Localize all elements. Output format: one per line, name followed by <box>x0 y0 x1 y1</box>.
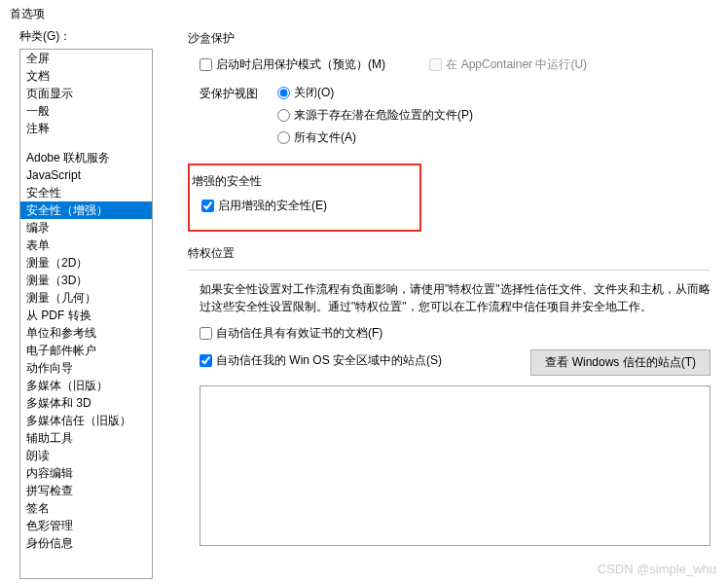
sandbox-title: 沙盒保护 <box>188 30 710 47</box>
category-item[interactable]: 拼写检查 <box>20 482 152 499</box>
appcontainer-label: 在 AppContainer 中运行(U) <box>446 56 587 73</box>
category-item[interactable]: 从 PDF 转换 <box>20 307 152 324</box>
protected-view-risky-radio[interactable] <box>277 109 290 122</box>
enhanced-title: 增强的安全性 <box>192 173 410 190</box>
enable-protected-mode-label: 启动时启用保护模式（预览）(M) <box>216 56 385 73</box>
auto-trust-win-label: 自动信任我的 Win OS 安全区域中的站点(S) <box>216 352 442 369</box>
category-item[interactable]: 多媒体信任（旧版） <box>20 412 152 429</box>
category-item[interactable]: 签名 <box>20 499 152 517</box>
category-item[interactable]: 安全性 <box>20 184 152 201</box>
category-item[interactable]: 注释 <box>20 120 152 137</box>
enable-enhanced-checkbox[interactable] <box>201 200 214 212</box>
category-item[interactable]: 内容编辑 <box>20 464 152 482</box>
divider <box>188 270 710 271</box>
protected-view-all-radio[interactable] <box>277 131 290 144</box>
category-label: 种类(G)： <box>19 28 153 45</box>
category-item[interactable]: 多媒体（旧版） <box>20 377 152 394</box>
protected-view-all-label: 所有文件(A) <box>294 129 356 146</box>
category-item[interactable]: 安全性（增强） <box>20 201 152 219</box>
category-item[interactable]: 辅助工具 <box>20 429 152 447</box>
category-item[interactable]: 表单 <box>20 237 152 254</box>
enable-protected-mode-row[interactable]: 启动时启用保护模式（预览）(M) <box>200 56 385 73</box>
appcontainer-row: 在 AppContainer 中运行(U) <box>429 56 587 73</box>
category-item[interactable]: 动作向导 <box>20 359 152 377</box>
category-item[interactable]: 测量（2D） <box>20 254 152 272</box>
enable-enhanced-row[interactable]: 启用增强的安全性(E) <box>201 198 410 214</box>
category-item[interactable]: 身份信息 <box>20 534 152 552</box>
category-item[interactable]: 测量（几何） <box>20 289 152 307</box>
protected-view-risky-label: 来源于存在潜在危险位置的文件(P) <box>294 107 473 124</box>
protected-view-all-row[interactable]: 所有文件(A) <box>277 129 473 146</box>
category-item[interactable]: 色彩管理 <box>20 517 152 534</box>
category-spacer <box>20 137 152 149</box>
auto-trust-win-row[interactable]: 自动信任我的 Win OS 安全区域中的站点(S) <box>200 352 442 369</box>
enable-enhanced-label: 启用增强的安全性(E) <box>218 198 327 214</box>
protected-view-off-radio[interactable] <box>277 87 290 99</box>
window-title: 首选项 <box>0 0 728 28</box>
enable-protected-mode-checkbox[interactable] <box>200 58 212 71</box>
auto-trust-cert-row[interactable]: 自动信任具有有效证书的文档(F) <box>200 325 710 342</box>
category-item[interactable]: 编录 <box>20 219 152 237</box>
auto-trust-cert-label: 自动信任具有有效证书的文档(F) <box>216 325 382 342</box>
trusted-locations-list[interactable] <box>200 385 710 546</box>
protected-view-off-row[interactable]: 关闭(O) <box>277 85 473 101</box>
category-item[interactable]: 页面显示 <box>20 85 152 102</box>
category-item[interactable]: 多媒体和 3D <box>20 394 152 412</box>
protected-view-off-label: 关闭(O) <box>294 85 334 101</box>
category-item[interactable]: 测量（3D） <box>20 272 152 289</box>
protected-view-label: 受保护视图 <box>200 85 277 102</box>
view-win-sites-button[interactable]: 查看 Windows 信任的站点(T) <box>530 349 710 376</box>
category-item[interactable]: JavaScript <box>20 166 152 184</box>
category-item[interactable]: Adobe 联机服务 <box>20 149 152 166</box>
appcontainer-checkbox <box>429 58 442 71</box>
category-item[interactable]: 单位和参考线 <box>20 324 152 342</box>
sidebar: 种类(G)： 全屏文档页面显示一般注释Adobe 联机服务JavaScript安… <box>0 28 161 583</box>
enhanced-security-highlight: 增强的安全性 启用增强的安全性(E) <box>188 164 421 232</box>
category-item[interactable]: 文档 <box>20 67 152 85</box>
privileged-title: 特权位置 <box>188 245 710 262</box>
auto-trust-cert-checkbox[interactable] <box>200 327 212 340</box>
main-panel: 沙盒保护 启动时启用保护模式（预览）(M) 在 AppContainer 中运行… <box>161 28 728 583</box>
category-list[interactable]: 全屏文档页面显示一般注释Adobe 联机服务JavaScript安全性安全性（增… <box>19 49 153 579</box>
category-item[interactable]: 一般 <box>20 102 152 120</box>
category-item[interactable]: 朗读 <box>20 447 152 464</box>
category-item[interactable]: 电子邮件帐户 <box>20 342 152 359</box>
category-item[interactable]: 全屏 <box>20 50 152 67</box>
auto-trust-win-checkbox[interactable] <box>200 354 212 367</box>
protected-view-risky-row[interactable]: 来源于存在潜在危险位置的文件(P) <box>277 107 473 124</box>
privileged-desc: 如果安全性设置对工作流程有负面影响，请使用"特权位置"选择性信任文件、文件夹和主… <box>200 280 710 315</box>
watermark: CSDN @simple_whu <box>598 562 716 576</box>
